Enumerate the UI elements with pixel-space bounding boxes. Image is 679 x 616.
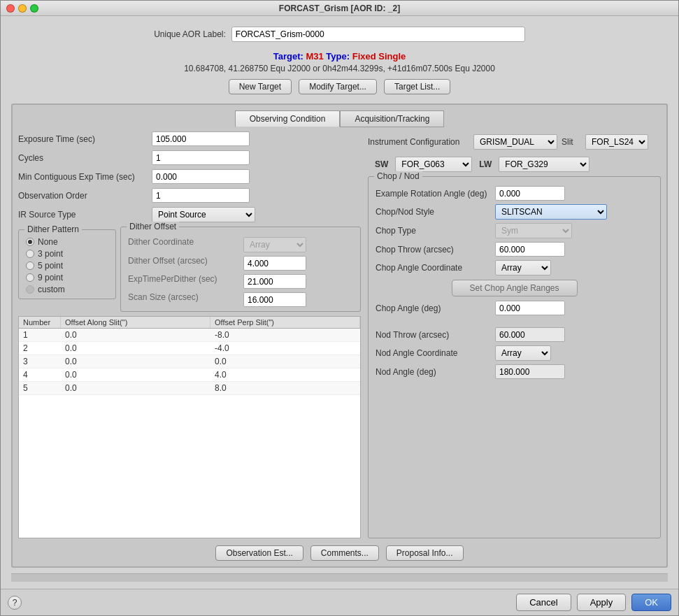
table-header: Number Offset Along Slit(") Offset Perp … [19,317,360,329]
two-columns: Exposure Time (sec) Cycles Min Contiguou… [18,131,661,538]
exp-time-per-dither-input[interactable] [243,274,306,289]
title-bar: FORCAST_Grism [AOR ID: _2] [1,1,678,16]
dither-offset-title: Dither Offset [127,222,179,231]
cell-along-1: 0.0 [61,329,210,341]
cycles-label: Cycles [18,153,148,163]
sw-select[interactable]: FOR_G063 [395,157,472,172]
dither-offset-input[interactable] [243,256,306,271]
nod-angle-label: Nod Angle (deg) [376,367,491,377]
chop-angle-coord-label: Chop Angle Coordinate [376,263,491,273]
radio-custom: custom [26,285,108,294]
apply-button[interactable]: Apply [577,594,627,611]
close-button[interactable] [6,4,15,13]
footer-right-buttons: Cancel Apply OK [516,594,671,611]
scan-size-input[interactable] [243,292,306,307]
chop-style-row: Chop/Nod Style SLITSCAN [376,204,653,220]
min-contiguous-label: Min Contiguous Exp Time (sec) [18,172,148,182]
inst-config-select[interactable]: GRISM_DUAL [473,134,557,150]
nod-angle-coord-label: Nod Angle Coordinate [376,348,491,358]
modify-target-button[interactable]: Modify Target... [299,79,377,94]
minimize-button[interactable] [18,4,27,13]
target-buttons: New Target Modify Target... Target List.… [11,79,668,94]
aor-label-row: Unique AOR Label: [11,27,668,42]
radio-3point: 3 point [26,249,108,259]
proposal-info-button[interactable]: Proposal Info... [386,545,464,561]
col-number: Number [19,317,61,328]
cell-perp-4: 4.0 [210,368,360,381]
observation-order-input[interactable] [152,188,250,203]
dither-coord-row: Dither Coordinate Array [128,237,353,252]
nod-throw-input[interactable] [495,327,565,342]
comments-button[interactable]: Comments... [310,545,379,561]
window-title: FORCAST_Grism [AOR ID: _2] [279,3,400,13]
target-list-button[interactable]: Target List... [384,79,450,94]
chop-throw-input[interactable] [495,242,565,257]
dither-pattern-title: Dither Pattern [24,224,82,234]
radio-custom-label: custom [38,285,65,294]
target-coords: 10.684708, 41.268750 Equ J2000 or 0h42m4… [11,64,668,73]
ok-button[interactable]: OK [631,594,671,611]
slit-select[interactable]: FOR_LS24 [585,134,648,150]
aor-label-input[interactable] [231,27,525,42]
lw-select[interactable]: FOR_G329 [499,157,589,172]
nod-angle-coord-row: Nod Angle Coordinate Array [376,345,653,361]
observation-order-label: Observation Order [18,191,148,201]
cancel-button[interactable]: Cancel [516,594,571,611]
radio-3point-label: 3 point [38,249,63,259]
radio-custom-circle[interactable] [26,285,34,294]
dither-offset-label: Dither Offset (arcsec) [128,256,236,271]
cell-along-5: 0.0 [61,382,210,394]
maximize-button[interactable] [30,4,38,13]
cell-num-2: 2 [19,342,61,354]
nod-angle-coord-select[interactable]: Array [495,345,551,361]
rotation-angle-label: Example Rotation Angle (deg) [376,189,491,199]
observation-est-button[interactable]: Observation Est... [215,545,303,561]
set-chop-angle-ranges-button[interactable]: Set Chop Angle Ranges [452,280,578,296]
min-contiguous-input[interactable] [152,169,250,184]
chop-style-select[interactable]: SLITSCAN [495,204,607,220]
left-panel: Exposure Time (sec) Cycles Min Contiguou… [18,131,361,538]
dither-table: Number Offset Along Slit(") Offset Perp … [18,316,361,538]
nod-throw-label: Nod Throw (arcsec) [376,330,491,340]
nod-throw-row: Nod Throw (arcsec) [376,327,653,342]
radio-none: None [26,237,108,247]
sw-lw-row: SW FOR_G063 LW FOR_G329 [375,157,661,172]
table-row: 3 0.0 0.0 [19,355,360,368]
tabs-row: Observing Condition Acquisition/Tracking [18,110,661,127]
nod-angle-input[interactable] [495,364,565,379]
ir-source-type-select[interactable]: Point Source Extended Source [152,207,255,222]
radio-3point-circle[interactable] [26,250,34,258]
radio-9point-circle[interactable] [26,273,34,282]
col-along: Offset Along Slit(") [61,317,210,328]
radio-5point-circle[interactable] [26,262,34,270]
tab-acquisition-tracking[interactable]: Acquisition/Tracking [340,110,444,127]
min-contiguous-row: Min Contiguous Exp Time (sec) [18,169,361,184]
exposure-time-input[interactable] [152,131,250,146]
ir-source-type-row: IR Source Type Point Source Extended Sou… [18,207,361,222]
new-target-button[interactable]: New Target [229,79,292,94]
rotation-angle-row: Example Rotation Angle (deg) [376,186,653,201]
scrollbar[interactable] [11,573,668,582]
chop-angle-coord-select[interactable]: Array [495,260,551,275]
cell-num-5: 5 [19,382,61,394]
chop-angle-input[interactable] [495,301,565,315]
chop-throw-label: Chop Throw (arcsec) [376,245,491,255]
cell-perp-1: -8.0 [210,329,360,341]
cell-perp-2: -4.0 [210,342,360,354]
chop-type-row: Chop Type Sym [376,223,653,238]
nod-angle-row: Nod Angle (deg) [376,364,653,379]
help-button[interactable]: ? [8,596,22,610]
aor-label-text: Unique AOR Label: [154,29,226,39]
scan-size-label: Scan Size (arcsec) [128,292,236,307]
table-row: 2 0.0 -4.0 [19,342,360,355]
inst-config-label: Instrument Configuration [368,137,469,147]
radio-none-circle[interactable] [26,238,34,246]
tab-observing-condition[interactable]: Observing Condition [235,110,341,127]
chop-type-label: Chop Type [376,226,491,236]
rotation-angle-input[interactable] [495,186,565,201]
target-section: Target: M31 Type: Fixed Single 10.684708… [11,51,668,94]
target-line1: Target: M31 Type: Fixed Single [11,51,668,62]
exposure-time-row: Exposure Time (sec) [18,131,361,146]
cell-along-2: 0.0 [61,342,210,354]
cycles-input[interactable] [152,150,250,165]
